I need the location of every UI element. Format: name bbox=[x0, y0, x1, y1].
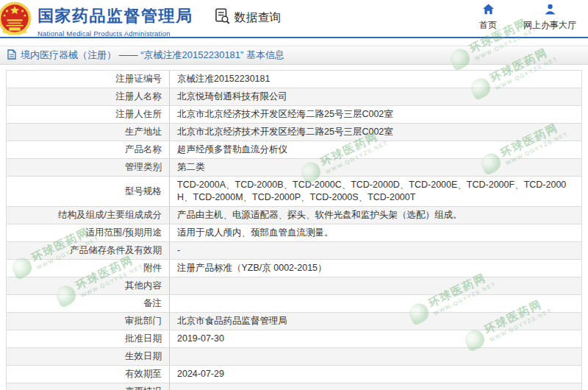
nav-service-hall[interactable]: 网上办事大厅 bbox=[523, 4, 576, 32]
row-label: 附件 bbox=[143, 263, 162, 273]
row-value: 北京市北京经济技术开发区经海二路25号三层C002室 bbox=[170, 124, 582, 141]
row-label: 生产地址 bbox=[125, 127, 162, 137]
table-row: 有效期至 2024-07-29 bbox=[7, 366, 582, 383]
table-row: 产品储存条件及有效期 - bbox=[7, 242, 582, 260]
info-table: 注册证编号 京械注准20152230181 注册人名称 北京悦琦创通科技有限公司… bbox=[6, 70, 582, 390]
site-title: 国家药品监督管理局 bbox=[37, 5, 193, 27]
table-row: 型号规格 TCD-2000A、TCD-2000B、TCD-2000C、TCD-2… bbox=[7, 177, 582, 207]
table-row: 附件 注册产品标准（YZB/京 0002-2015） bbox=[7, 260, 582, 277]
nav-home[interactable]: 首页 bbox=[479, 4, 497, 32]
row-label: 其他内容 bbox=[125, 280, 162, 291]
table-row: 批准日期 2019-07-30 bbox=[7, 330, 582, 348]
row-value: 第二类 bbox=[170, 159, 582, 177]
row-label: 生效日期 bbox=[125, 351, 162, 361]
row-value: 北京市食品药品监督管理局 bbox=[170, 313, 582, 330]
row-label: 型号规格 bbox=[125, 186, 162, 196]
row-value bbox=[170, 383, 582, 390]
table-row: 备注 bbox=[7, 295, 582, 313]
table-row: 生效日期 bbox=[7, 348, 582, 366]
row-label: 有效期至 bbox=[125, 369, 162, 379]
data-query-icon bbox=[215, 8, 230, 27]
table-row: 注册证编号 京械注准20152230181 bbox=[7, 71, 582, 88]
row-value: 适用于成人颅内、颈部血管血流测量。 bbox=[170, 224, 582, 242]
row-value bbox=[170, 277, 582, 295]
table-row: 适用范围/预期用途 适用于成人颅内、颈部血管血流测量。 bbox=[7, 224, 582, 242]
table-row: 管理类别 第二类 bbox=[7, 159, 582, 177]
table-row: 产品名称 超声经颅多普勒血流分析仪 bbox=[7, 141, 582, 159]
table-row: 变更情况 bbox=[7, 383, 582, 390]
top-nav: 首页 网上办事大厅 bbox=[479, 0, 588, 32]
title-block: 国家药品监督管理局 National Medical Products Admi… bbox=[37, 5, 193, 38]
row-value: 注册产品标准（YZB/京 0002-2015） bbox=[170, 260, 582, 277]
row-value: 2019-07-30 bbox=[170, 330, 582, 348]
row-label: 变更情况 bbox=[125, 386, 162, 390]
row-label: 结构及组成/主要组成成分 bbox=[58, 210, 162, 220]
national-emblem-logo bbox=[0, 1, 32, 39]
table-row: 结构及组成/主要组成成分 产品由主机、电源适配器、探头、软件光盘和监护头架（选配… bbox=[7, 207, 582, 224]
row-value: 京械注准20152230181 bbox=[170, 71, 582, 88]
row-label: 注册证编号 bbox=[116, 74, 162, 84]
table-row: 审批部门 北京市食品药品监督管理局 bbox=[7, 313, 582, 330]
row-label: 注册人名称 bbox=[116, 91, 162, 102]
site-header: 国家药品监督管理局 National Medical Products Admi… bbox=[0, 0, 588, 37]
person-icon bbox=[543, 4, 557, 17]
row-value: - bbox=[170, 242, 582, 260]
document-icon bbox=[7, 49, 16, 62]
row-label: 产品储存条件及有效期 bbox=[70, 245, 162, 255]
row-label: 产品名称 bbox=[125, 144, 162, 155]
row-label: 管理类别 bbox=[125, 162, 162, 172]
row-label: 审批部门 bbox=[125, 316, 162, 326]
row-label: 适用范围/预期用途 bbox=[86, 227, 162, 238]
info-table-body: 注册证编号 京械注准20152230181 注册人名称 北京悦琦创通科技有限公司… bbox=[7, 71, 582, 390]
table-row: 注册人住所 北京市北京经济技术开发区经海二路25号三层C002室 bbox=[7, 106, 582, 124]
table-row: 其他内容 bbox=[7, 277, 582, 295]
data-query-label: 数据查询 bbox=[234, 10, 282, 26]
row-value: 北京悦琦创通科技有限公司 bbox=[170, 88, 582, 106]
home-icon bbox=[482, 4, 495, 17]
row-value: TCD-2000A、TCD-2000B、TCD-2000C、TCD-2000D、… bbox=[170, 177, 582, 207]
nav-home-label: 首页 bbox=[479, 19, 497, 32]
row-value: 2024-07-29 bbox=[170, 366, 582, 383]
site-subtitle: National Medical Products Administration bbox=[37, 29, 193, 38]
breadcrumb-text: 境内医疗器械（注册） —— “京械注准20152230181” 基本信息 bbox=[21, 49, 284, 62]
table-row: 生产地址 北京市北京经济技术开发区经海二路25号三层C002室 bbox=[7, 124, 582, 141]
table-row: 注册人名称 北京悦琦创通科技有限公司 bbox=[7, 88, 582, 106]
row-label: 备注 bbox=[143, 298, 162, 308]
row-label: 批准日期 bbox=[125, 333, 162, 344]
row-value: 超声经颅多普勒血流分析仪 bbox=[170, 141, 582, 159]
row-value bbox=[170, 348, 582, 366]
row-label: 注册人住所 bbox=[116, 109, 162, 119]
breadcrumb: 境内医疗器械（注册） —— “京械注准20152230181” 基本信息 bbox=[0, 46, 588, 65]
row-value: 产品由主机、电源适配器、探头、软件光盘和监护头架（选配）组成。 bbox=[170, 207, 582, 224]
nav-service-hall-label: 网上办事大厅 bbox=[523, 19, 576, 32]
row-value bbox=[170, 295, 582, 313]
data-query-tab[interactable]: 数据查询 bbox=[215, 8, 282, 27]
row-value: 北京市北京经济技术开发区经海二路25号三层C002室 bbox=[170, 106, 582, 124]
